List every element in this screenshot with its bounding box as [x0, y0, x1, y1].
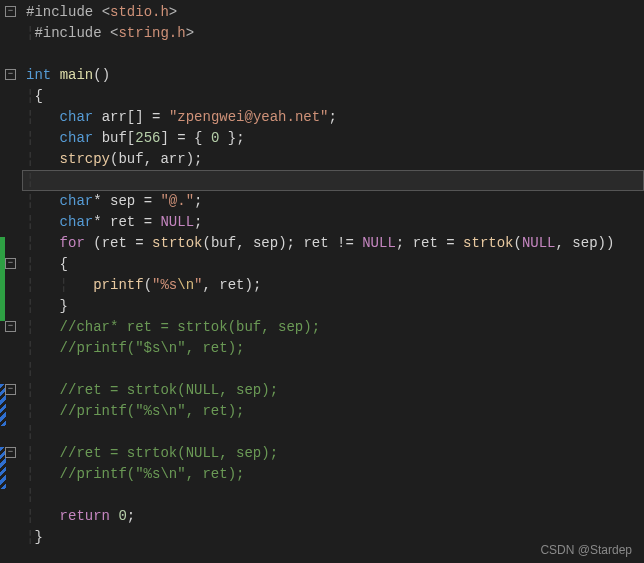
fold-icon[interactable]: −	[5, 6, 16, 17]
fold-icon[interactable]: −	[5, 69, 16, 80]
fold-icon[interactable]: −	[5, 384, 16, 395]
code-line: ¦ //ret = strtok(NULL, sep);	[22, 443, 644, 464]
change-marker	[0, 237, 5, 321]
code-line: ¦ //printf("$s\n", ret);	[22, 338, 644, 359]
code-area[interactable]: #include <stdio.h> ¦#include <string.h> …	[22, 0, 644, 563]
code-line: ¦ //printf("%s\n", ret);	[22, 401, 644, 422]
code-line: ¦ }	[22, 296, 644, 317]
code-line: ¦ char* sep = "@.";	[22, 191, 644, 212]
code-line: ¦	[22, 359, 644, 380]
fold-icon[interactable]: −	[5, 447, 16, 458]
code-line: ¦ {	[22, 254, 644, 275]
code-line: ¦	[22, 485, 644, 506]
fold-icon[interactable]: −	[5, 258, 16, 269]
code-line: int main()	[22, 65, 644, 86]
code-editor[interactable]: − − − − − − #include <stdio.h> ¦#include…	[0, 0, 644, 563]
code-line: #include <stdio.h>	[22, 2, 644, 23]
code-line: ¦	[22, 422, 644, 443]
code-line: ¦#include <string.h>	[22, 23, 644, 44]
code-line: ¦ char arr[] = "zpengwei@yeah.net";	[22, 107, 644, 128]
code-line: ¦ //char* ret = strtok(buf, sep);	[22, 317, 644, 338]
code-line: ¦ ¦ printf("%s\n", ret);	[22, 275, 644, 296]
code-line	[22, 44, 644, 65]
fold-icon[interactable]: −	[5, 321, 16, 332]
code-line: ¦ strcpy(buf, arr);	[22, 149, 644, 170]
code-line: ¦ char* ret = NULL;	[22, 212, 644, 233]
code-line: ¦ //ret = strtok(NULL, sep);	[22, 380, 644, 401]
gutter: − − − − − −	[0, 0, 22, 563]
code-line: ¦ for (ret = strtok(buf, sep); ret != NU…	[22, 233, 644, 254]
code-line: ¦ return 0;	[22, 506, 644, 527]
code-line: ¦	[22, 170, 644, 191]
code-line: ¦ //printf("%s\n", ret);	[22, 464, 644, 485]
watermark: CSDN @Stardep	[540, 543, 632, 557]
code-line: ¦{	[22, 86, 644, 107]
code-line: ¦ char buf[256] = { 0 };	[22, 128, 644, 149]
